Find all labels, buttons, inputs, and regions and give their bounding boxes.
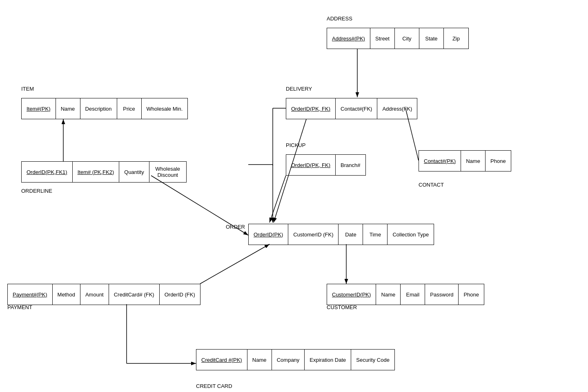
creditcard-cell-name: Name bbox=[247, 350, 272, 370]
pickup-cell-pk: OrderID(PK, FK) bbox=[286, 155, 336, 175]
pickup-label: PICKUP bbox=[286, 142, 305, 148]
orderline-label: ORDERLINE bbox=[21, 188, 52, 194]
payment-table: Payment#(PK) Method Amount CreditCard# (… bbox=[7, 284, 200, 305]
address-table: Address#(PK) Street City State Zip bbox=[327, 28, 469, 49]
delivery-label: DELIVERY bbox=[286, 86, 312, 92]
delivery-table: OrderID(PK, FK) Contact#(FK) Address(FK) bbox=[286, 98, 417, 119]
orderline-cell-orderid: OrderID(PK,FK1) bbox=[22, 162, 73, 182]
customer-cell-name: Name bbox=[376, 284, 401, 305]
payment-label: PAYMENT bbox=[7, 304, 32, 310]
order-label: ORDER bbox=[226, 224, 245, 230]
address-cell-zip: Zip bbox=[444, 28, 468, 49]
item-cell-desc: Description bbox=[80, 98, 117, 119]
contact-cell-phone: Phone bbox=[486, 151, 511, 171]
svg-line-11 bbox=[200, 244, 270, 284]
creditcard-cell-company: Company bbox=[272, 350, 305, 370]
order-table: OrderID(PK) CustomerID (FK) Date Time Co… bbox=[248, 224, 434, 245]
customer-cell-phone: Phone bbox=[459, 284, 484, 305]
customer-cell-pk: CustomerID(PK) bbox=[327, 284, 376, 305]
creditcard-cell-pk: CreditCard #(PK) bbox=[196, 350, 247, 370]
address-cell-street: Street bbox=[370, 28, 395, 49]
orderline-table: OrderID(PK,FK1) Item# (PK,FK2) Quantity … bbox=[21, 161, 187, 183]
address-cell-state: State bbox=[419, 28, 444, 49]
customer-label: CUSTOMER bbox=[327, 304, 357, 310]
customer-cell-password: Password bbox=[425, 284, 459, 305]
orderline-cell-qty: Quantity bbox=[119, 162, 149, 182]
address-label: ADDRESS bbox=[327, 16, 352, 22]
item-label: ITEM bbox=[21, 86, 34, 92]
creditcard-label: CREDIT CARD bbox=[196, 383, 232, 389]
item-cell-wholesale: Wholesale Min. bbox=[142, 98, 188, 119]
pickup-table: OrderID(PK, FK) Branch# bbox=[286, 154, 366, 176]
order-cell-time: Time bbox=[363, 224, 388, 245]
delivery-cell-address: Address(FK) bbox=[377, 98, 417, 119]
contact-table: Contact#(PK) Name Phone bbox=[419, 150, 511, 172]
item-cell-price: Price bbox=[117, 98, 142, 119]
customer-cell-email: Email bbox=[401, 284, 425, 305]
creditcard-cell-expdate: Expiration Date bbox=[305, 350, 351, 370]
orderline-cell-discount: Wholesale Discount bbox=[149, 162, 186, 182]
payment-cell-amount: Amount bbox=[80, 284, 109, 305]
creditcard-cell-seccode: Security Code bbox=[351, 350, 394, 370]
address-cell-city: City bbox=[395, 28, 419, 49]
delivery-cell-contact: Contact#(FK) bbox=[336, 98, 377, 119]
delivery-cell-pk: OrderID(PK, FK) bbox=[286, 98, 336, 119]
payment-cell-creditcard: CreditCard# (FK) bbox=[109, 284, 160, 305]
order-cell-customerid: CustomerID (FK) bbox=[288, 224, 339, 245]
order-cell-pk: OrderID(PK) bbox=[249, 224, 288, 245]
contact-label: CONTACT bbox=[419, 182, 444, 188]
item-cell-name: Name bbox=[56, 98, 80, 119]
contact-cell-name: Name bbox=[461, 151, 486, 171]
item-cell-pk: Item#(PK) bbox=[22, 98, 56, 119]
payment-cell-pk: Payment#(PK) bbox=[8, 284, 53, 305]
contact-cell-pk: Contact#(PK) bbox=[419, 151, 461, 171]
order-cell-date: Date bbox=[339, 224, 363, 245]
order-cell-colltype: Collection Type bbox=[388, 224, 434, 245]
pickup-cell-branch: Branch# bbox=[336, 155, 365, 175]
item-table: Item#(PK) Name Description Price Wholesa… bbox=[21, 98, 188, 119]
address-cell-pk: Address#(PK) bbox=[327, 28, 370, 49]
orderline-cell-itemid: Item# (PK,FK2) bbox=[73, 162, 120, 182]
payment-cell-method: Method bbox=[53, 284, 80, 305]
erd-diagram: ADDRESS Address#(PK) Street City State Z… bbox=[0, 0, 588, 392]
customer-table: CustomerID(PK) Name Email Password Phone bbox=[327, 284, 484, 305]
payment-cell-orderid: OrderID (FK) bbox=[160, 284, 200, 305]
svg-line-5 bbox=[270, 176, 286, 223]
creditcard-table: CreditCard #(PK) Name Company Expiration… bbox=[196, 349, 395, 370]
connectors-layer bbox=[0, 0, 588, 392]
